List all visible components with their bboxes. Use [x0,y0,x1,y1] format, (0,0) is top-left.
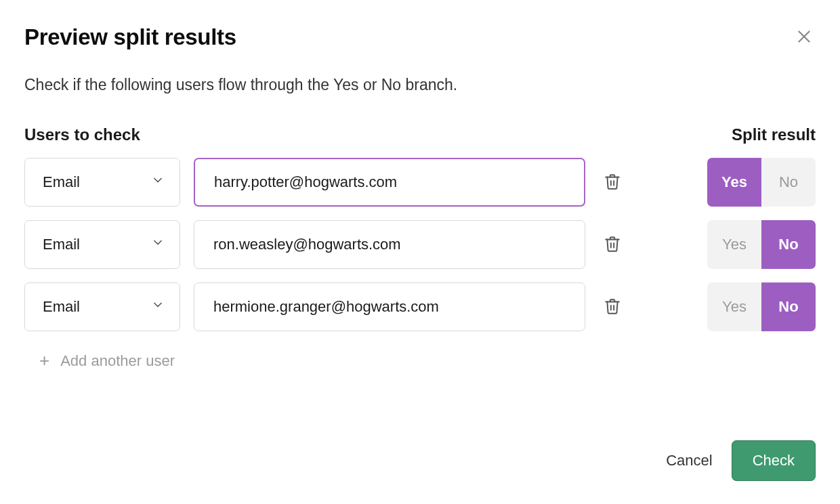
chevron-down-icon [151,236,165,253]
type-select-label: Email [43,173,80,191]
type-select-label: Email [43,236,80,253]
type-select[interactable]: Email [24,158,180,207]
chevron-down-icon [151,173,165,191]
result-yes: Yes [707,158,761,207]
result-yes: Yes [707,220,761,269]
split-result-indicator: YesNo [707,220,816,269]
modal-subtitle: Check if the following users flow throug… [24,76,816,94]
trash-icon [604,297,621,317]
check-button[interactable]: Check [732,440,816,481]
user-row: EmailYesNo [24,220,816,269]
delete-row-button[interactable] [599,293,626,320]
chevron-down-icon [151,298,165,316]
result-no: No [761,282,816,331]
user-row: EmailYesNo [24,282,816,331]
user-row: EmailYesNo [24,158,816,207]
close-icon [795,28,813,47]
type-select[interactable]: Email [24,282,180,331]
user-value-input[interactable] [194,158,585,207]
type-select-label: Email [43,298,80,316]
users-to-check-label: Users to check [24,125,140,144]
split-result-label: Split result [732,125,816,144]
delete-row-button[interactable] [599,169,626,196]
split-result-indicator: YesNo [707,158,816,207]
cancel-button[interactable]: Cancel [666,452,712,469]
trash-icon [604,173,621,192]
user-value-input[interactable] [194,282,585,331]
result-yes: Yes [707,282,761,331]
result-no: No [761,158,816,207]
delete-row-button[interactable] [599,231,626,258]
split-result-indicator: YesNo [707,282,816,331]
user-value-input[interactable] [194,220,585,269]
result-no: No [761,220,816,269]
close-button[interactable] [793,26,816,49]
trash-icon [604,235,621,255]
add-user-label: Add another user [60,352,175,370]
modal-title: Preview split results [24,24,236,50]
plus-icon: + [39,350,49,371]
add-user-button[interactable]: + Add another user [24,350,816,371]
type-select[interactable]: Email [24,220,180,269]
